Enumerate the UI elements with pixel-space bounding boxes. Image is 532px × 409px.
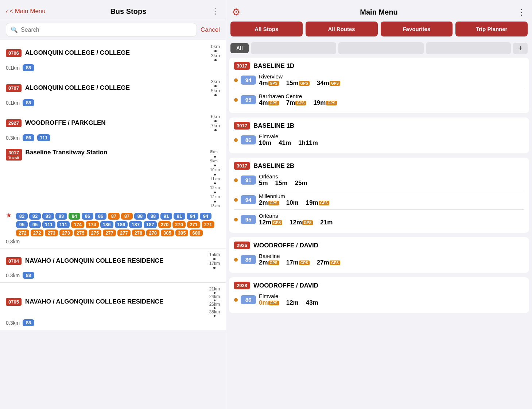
route-badge[interactable]: 82 (16, 213, 28, 220)
dot-indicator (234, 78, 238, 82)
right-stop-item[interactable]: 2926 WOODROFFE / DAVID 86 Baseline 2mGPS… (229, 237, 529, 273)
tab-trip-planner[interactable]: Trip Planner (455, 22, 528, 36)
route-badge[interactable]: 305 (161, 229, 174, 236)
route-badge[interactable]: 273 (45, 229, 58, 236)
route-badge[interactable]: 88 (23, 64, 34, 71)
tab-favourites[interactable]: Favourites (381, 22, 453, 36)
tab-all-stops[interactable]: All Stops (230, 22, 303, 36)
route-badge[interactable]: 275 (74, 229, 87, 236)
route-badge[interactable]: 277 (117, 229, 131, 236)
route-badge[interactable]: 94 (241, 76, 256, 85)
route-badge[interactable]: 273 (59, 229, 73, 236)
time-val: 19mGPS (313, 99, 337, 107)
stop-id-badge: 0707 (6, 84, 22, 92)
route-badge[interactable]: 305 (175, 229, 189, 236)
stop-id-badge: 3017 Transit (6, 149, 22, 161)
route-badge[interactable]: 95 (29, 221, 41, 228)
route-badge[interactable]: 91 (160, 213, 172, 220)
stop-distance: 0.1km (6, 65, 20, 71)
route-badge[interactable]: 278 (132, 229, 145, 236)
destination: Barrhaven Centre (259, 93, 524, 99)
route-badge[interactable]: 187 (144, 221, 157, 228)
route-badge[interactable]: 94 (187, 213, 198, 220)
route-badge[interactable]: 88 (23, 319, 34, 326)
route-badge[interactable]: 86 (95, 213, 106, 220)
back-label[interactable]: < Main Menu (9, 8, 46, 15)
route-badge[interactable]: 88 (23, 272, 34, 279)
time-val: 12m (286, 299, 299, 306)
route-badge[interactable]: 187 (129, 221, 142, 228)
dot-indicator (234, 198, 238, 202)
route-badge[interactable]: 83 (42, 213, 54, 220)
stop-item-transit[interactable]: 3017 Transit Baseline Transitway Station… (0, 145, 226, 248)
right-stop-item[interactable]: 3017 BASELINE 1B 86 Elmvale 10m 41m 1h11… (229, 117, 529, 153)
route-badge[interactable]: 95 (241, 95, 256, 104)
right-stop-item[interactable]: 3017 BASELINE 1D 94 Riverview 4mGPS 15mG… (229, 58, 529, 113)
stop-name: BASELINE 1B (253, 122, 294, 130)
search-input[interactable] (21, 27, 192, 33)
stop-list: 0706 ALGONQUIN COLLEGE / COLLEGE 0km3km … (0, 40, 226, 409)
route-badge[interactable]: 272 (31, 229, 44, 236)
stop-id-badge: 2927 (6, 119, 22, 127)
route-badge[interactable]: 94 (200, 213, 211, 220)
route-badge[interactable]: 111 (42, 221, 55, 228)
route-badge[interactable]: 86 (23, 134, 34, 141)
more-button[interactable]: ⋮ (517, 8, 526, 17)
route-badge[interactable]: 87 (121, 213, 133, 220)
route-badge[interactable]: 86 (241, 295, 256, 304)
route-badge[interactable]: 95 (241, 215, 256, 224)
route-badge[interactable]: 278 (146, 229, 159, 236)
right-stop-item[interactable]: 3017 BASELINE 2B 91 Orléans 5m 15m 25m (229, 158, 529, 233)
route-badge[interactable]: 87 (108, 213, 120, 220)
route-badge[interactable]: 94 (241, 195, 256, 204)
route-badge[interactable]: 186 (115, 221, 128, 228)
scale-label: 8km 9km 10km 11km 12km 12km 13km (210, 149, 220, 209)
stop-id-badge: 0704 (6, 257, 22, 265)
filter-add-button[interactable]: + (513, 43, 528, 54)
stop-distance: 0.3km (6, 273, 20, 278)
back-button[interactable]: ‹ < Main Menu (6, 8, 46, 15)
time-val-first: 0mGPS (259, 299, 279, 306)
tab-all-routes[interactable]: All Routes (306, 22, 378, 36)
gear-icon[interactable]: ⚙ (232, 7, 240, 18)
route-badge[interactable]: 686 (190, 229, 203, 236)
route-badge[interactable]: 83 (55, 213, 67, 220)
route-badge[interactable]: 270 (158, 221, 171, 228)
filter-all[interactable]: All (230, 43, 249, 53)
route-badge[interactable]: 88 (147, 213, 159, 220)
dot-indicator (234, 218, 238, 221)
stop-item[interactable]: 0706 ALGONQUIN COLLEGE / COLLEGE 0km3km … (0, 40, 226, 75)
route-badge[interactable]: 275 (89, 229, 102, 236)
stop-item[interactable]: 0705 NAVAHO / ALGONQUIN COLLEGE RESIDENC… (0, 283, 226, 330)
route-badge[interactable]: 111 (37, 134, 50, 141)
search-input-wrap: 🔍 (6, 23, 197, 36)
stop-item[interactable]: 0704 NAVAHO / ALGONQUIN COLLEGE RESIDENC… (0, 248, 226, 283)
right-stop-item[interactable]: 2928 WOODROFFE / DAVID 86 Elmvale 0mGPS … (229, 277, 529, 313)
time-val: 12mGPS (259, 219, 282, 226)
route-badge[interactable]: 86 (241, 255, 256, 264)
route-badge[interactable]: 84 (69, 213, 80, 220)
route-badge[interactable]: 272 (16, 229, 29, 236)
route-badge[interactable]: 82 (29, 213, 41, 220)
route-badge[interactable]: 111 (57, 221, 70, 228)
route-badge[interactable]: 88 (134, 213, 146, 220)
route-badge[interactable]: 174 (71, 221, 84, 228)
route-badge[interactable]: 271 (202, 221, 215, 228)
stop-item[interactable]: 0707 ALGONQUIN COLLEGE / COLLEGE 3km5km … (0, 75, 226, 110)
route-badge[interactable]: 95 (16, 221, 28, 228)
route-badge[interactable]: 186 (100, 221, 113, 228)
stop-item[interactable]: 2927 WOODROFFE / PARKGLEN 6km7km 0.3km 8… (0, 110, 226, 145)
route-badge[interactable]: 270 (172, 221, 186, 228)
route-badge[interactable]: 86 (241, 135, 256, 144)
route-badge[interactable]: 277 (103, 229, 116, 236)
route-badge[interactable]: 91 (174, 213, 185, 220)
route-badge[interactable]: 271 (187, 221, 200, 228)
route-badge[interactable]: 88 (23, 99, 34, 106)
route-badge[interactable]: 174 (86, 221, 99, 228)
route-badge[interactable]: 91 (241, 175, 256, 185)
stop-id-badge: 3017 (234, 122, 250, 130)
cancel-button[interactable]: Cancel (201, 26, 220, 34)
route-row: 86 Baseline 2mGPS 17mGPS 27mGPS (234, 253, 524, 266)
more-button[interactable]: ⋮ (211, 7, 220, 16)
route-badge[interactable]: 86 (82, 213, 93, 220)
